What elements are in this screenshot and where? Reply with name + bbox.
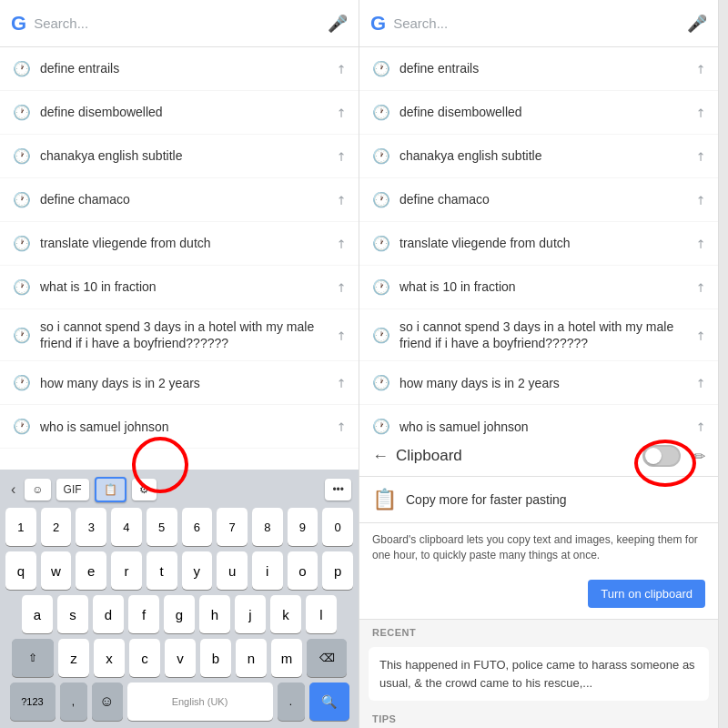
clipboard-title: Clipboard — [396, 447, 635, 465]
clock-icon: 🕐 — [13, 418, 31, 435]
list-item[interactable]: 🕐 so i cannot spend 3 days in a hotel wi… — [359, 309, 718, 361]
key-o[interactable]: o — [288, 551, 318, 590]
clock-icon: 🕐 — [372, 191, 390, 208]
key-a[interactable]: a — [22, 595, 53, 633]
emoji-toolbar-button[interactable]: ☺ — [25, 479, 50, 500]
list-item[interactable]: 🕐 what is 10 in fraction ↗ — [359, 266, 718, 309]
list-item[interactable]: 🕐 who is samuel johnson ↗ — [0, 405, 359, 449]
key-numbers[interactable]: ?123 — [10, 682, 56, 721]
key-8[interactable]: 8 — [252, 508, 283, 546]
gif-toolbar-button[interactable]: GIF — [56, 479, 89, 500]
key-i[interactable]: i — [252, 551, 283, 590]
list-item[interactable]: 🕐 define disembowelled ↗ — [359, 91, 718, 135]
list-item[interactable]: 🕐 define entrails ↗ — [0, 47, 359, 91]
clipboard-back-button[interactable]: ← — [372, 447, 389, 466]
suggestion-text: translate vliegende from dutch — [399, 235, 686, 251]
key-d[interactable]: d — [93, 595, 124, 633]
turn-on-clipboard-button[interactable]: Turn on clipboard — [588, 580, 705, 608]
list-item[interactable]: 🕐 define chamaco ↗ — [0, 178, 359, 222]
list-item[interactable]: 🕐 define entrails ↗ — [359, 47, 718, 91]
left-suggestions-list: 🕐 define entrails ↗ 🕐 define disembowell… — [0, 47, 359, 470]
key-shift[interactable]: ⇧ — [12, 639, 54, 677]
key-c[interactable]: c — [129, 639, 160, 677]
list-item[interactable]: 🕐 translate vliegende from dutch ↗ — [359, 222, 718, 266]
right-suggestions-list: 🕐 define entrails ↗ 🕐 define disembowell… — [359, 47, 718, 436]
list-item[interactable]: 🕐 who is samuel johnson ↗ — [359, 405, 718, 436]
key-delete[interactable]: ⌫ — [307, 639, 347, 677]
list-item[interactable]: 🕐 what is 10 in fraction ↗ — [0, 266, 359, 309]
key-r[interactable]: r — [111, 551, 142, 590]
list-item[interactable]: 🕐 define chamaco ↗ — [359, 178, 718, 222]
clock-icon: 🕐 — [372, 104, 390, 121]
right-panel: G 🎤 🕐 define entrails ↗ 🕐 define disembo… — [359, 0, 719, 728]
keyboard-back-button[interactable]: ‹ — [7, 477, 19, 502]
clock-icon: 🕐 — [372, 235, 390, 252]
suggestion-text: define entrails — [399, 60, 686, 76]
left-search-input[interactable] — [34, 15, 320, 31]
clock-icon: 🕐 — [13, 374, 31, 391]
key-space[interactable]: English (UK) — [127, 682, 273, 721]
clipboard-toggle[interactable] — [642, 445, 681, 467]
key-s[interactable]: s — [57, 595, 88, 633]
key-g[interactable]: g — [164, 595, 195, 633]
bottom-row: ?123 , ☺ English (UK) . 🔍 — [5, 682, 353, 721]
key-m[interactable]: m — [271, 639, 302, 677]
key-1[interactable]: 1 — [5, 508, 36, 546]
clipboard-edit-button[interactable]: ✏ — [693, 448, 705, 465]
arrow-icon: ↗ — [332, 191, 349, 207]
key-comma[interactable]: , — [60, 682, 87, 721]
list-item[interactable]: 🕐 how many days is in 2 years ↗ — [0, 361, 359, 405]
key-f[interactable]: f — [128, 595, 159, 633]
list-item[interactable]: 🕐 chanakya english subtitle ↗ — [359, 135, 718, 178]
mic-icon-right[interactable]: 🎤 — [687, 14, 707, 34]
key-q[interactable]: q — [5, 551, 36, 590]
key-5[interactable]: 5 — [147, 508, 177, 546]
key-k[interactable]: k — [270, 595, 301, 633]
key-y[interactable]: y — [182, 551, 213, 590]
key-emoji[interactable]: ☺ — [92, 682, 123, 721]
settings-toolbar-button[interactable]: ⚙ — [132, 479, 157, 500]
key-b[interactable]: b — [200, 639, 231, 677]
key-0[interactable]: 0 — [322, 508, 353, 546]
key-4[interactable]: 4 — [111, 508, 142, 546]
suggestion-text: how many days is in 2 years — [399, 375, 686, 391]
clock-icon: 🕐 — [372, 278, 390, 296]
key-9[interactable]: 9 — [288, 508, 318, 546]
key-3[interactable]: 3 — [76, 508, 106, 546]
key-x[interactable]: x — [94, 639, 125, 677]
key-t[interactable]: t — [147, 551, 177, 590]
key-u[interactable]: u — [217, 551, 248, 590]
left-panel: G 🎤 🕐 define entrails ↗ 🕐 define disembo… — [0, 0, 359, 728]
key-p[interactable]: p — [322, 551, 353, 590]
right-search-input[interactable] — [393, 15, 680, 31]
key-e[interactable]: e — [76, 551, 106, 590]
key-2[interactable]: 2 — [41, 508, 72, 546]
key-h[interactable]: h — [199, 595, 230, 633]
arrow-icon: ↗ — [332, 60, 349, 76]
more-toolbar-button[interactable]: ••• — [325, 479, 351, 500]
key-w[interactable]: w — [41, 551, 72, 590]
suggestion-text: how many days is in 2 years — [40, 375, 327, 391]
suggestion-text: define entrails — [40, 60, 327, 76]
list-item[interactable]: 🕐 so i cannot spend 3 days in a hotel wi… — [0, 309, 359, 361]
mic-icon[interactable]: 🎤 — [328, 14, 348, 34]
key-j[interactable]: j — [235, 595, 266, 633]
key-n[interactable]: n — [236, 639, 267, 677]
key-z[interactable]: z — [58, 639, 89, 677]
key-6[interactable]: 6 — [182, 508, 213, 546]
key-search[interactable]: 🔍 — [309, 682, 349, 721]
key-period[interactable]: . — [278, 682, 305, 721]
list-item[interactable]: 🕐 define disembowelled ↗ — [0, 91, 359, 135]
recent-item[interactable]: This happened in FUTO, police came to ha… — [369, 647, 709, 701]
right-search-bar: G 🎤 — [359, 0, 718, 47]
clock-icon: 🕐 — [13, 191, 31, 208]
key-l[interactable]: l — [306, 595, 337, 633]
list-item[interactable]: 🕐 translate vliegende from dutch ↗ — [0, 222, 359, 266]
clipboard-toolbar-button[interactable]: 📋 — [95, 477, 126, 502]
list-item[interactable]: 🕐 how many days is in 2 years ↗ — [359, 361, 718, 405]
arrow-icon: ↗ — [692, 147, 708, 164]
arrow-icon: ↗ — [692, 191, 708, 207]
list-item[interactable]: 🕐 chanakya english subtitle ↗ — [0, 135, 359, 178]
key-7[interactable]: 7 — [217, 508, 248, 546]
key-v[interactable]: v — [165, 639, 196, 677]
